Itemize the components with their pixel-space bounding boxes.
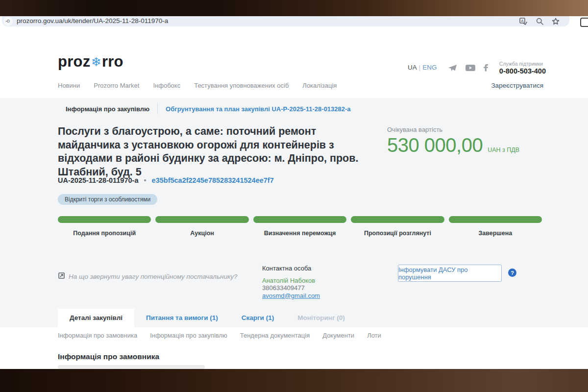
tender-id-line: UA-2025-11-28-011970-a • e35bf5ca2f2245e… (58, 176, 274, 184)
expected-value-amount: 530 000,00 (387, 134, 483, 156)
stage-pill (351, 216, 444, 223)
subnav-tender-info[interactable]: Інформація про закупівлю (150, 332, 227, 339)
nav-item-localization[interactable]: Локалізація (302, 82, 337, 89)
bottom-letterbox-band (0, 369, 588, 392)
crumb-divider (157, 103, 158, 114)
report-dasu-button[interactable]: Інформувати ДАСУ про порушення (398, 265, 502, 282)
contact-name: Анатолій Набоков (262, 277, 320, 285)
expected-value-label: Очікувана вартість (387, 126, 519, 133)
nav-item-testing[interactable]: Тестування уповноважених осіб (194, 82, 289, 89)
stage-label: Визначення переможця (253, 230, 346, 237)
lang-separator: | (419, 64, 421, 71)
crumb-tender-info[interactable]: Інформація про закупівлю (66, 105, 149, 113)
tab-monitoring[interactable]: Моніторинг (0) (286, 309, 357, 327)
stage-label: Пропозиції розглянуті (351, 230, 444, 237)
breadcrumb: Інформація про закупівлю Обгрунтування т… (66, 103, 351, 114)
facebook-icon[interactable] (484, 64, 489, 72)
support-phone: 0-800-503-400 (499, 67, 546, 75)
subnav-buyer-info[interactable]: Інформація про замовника (58, 332, 137, 339)
tab-questions[interactable]: Питання та вимоги (1) (134, 309, 230, 327)
hint-text: На що звернути увагу потенційному постач… (69, 273, 238, 280)
lang-eng[interactable]: ENG (422, 64, 437, 71)
tender-title: Послуги з благоустрою, а саме: поточний … (58, 125, 359, 179)
register-link[interactable]: Зареєструватися (491, 82, 543, 89)
stage-complete: Завершена (449, 216, 542, 237)
tab-details[interactable]: Деталі закупівлі (58, 309, 134, 327)
stage-label: Подання пропозицій (58, 230, 151, 237)
search-icon[interactable] (536, 18, 543, 25)
youtube-icon[interactable] (466, 64, 475, 72)
translate-icon[interactable]: A (519, 18, 528, 25)
crumb-plan-link[interactable]: Обгрунтування та план закупівлі UA-P-202… (166, 105, 350, 113)
stage-pill (58, 216, 151, 223)
detail-tabs: Деталі закупівлі Питання та вимоги (1) С… (58, 309, 357, 327)
logo-text-left: proz (58, 53, 91, 70)
logo-text-right: rro (102, 53, 123, 70)
section-subnav: Інформація про замовника Інформація про … (58, 332, 381, 339)
nav-item-infobox[interactable]: Інфобокс (153, 82, 180, 89)
nav-item-news[interactable]: Новини (58, 82, 80, 89)
stage-pill (253, 216, 346, 223)
stage-submission: Подання пропозицій (58, 216, 151, 237)
stage-pill (155, 216, 248, 223)
contact-email-link[interactable]: avosmd@gmail.com (262, 292, 320, 299)
stage-pill (449, 216, 542, 223)
cropped-text-remnant (58, 365, 205, 369)
stage-label: Завершена (449, 230, 542, 237)
top-letterbox-band (0, 0, 588, 16)
subnav-documents[interactable]: Документи (322, 332, 354, 339)
contact-label: Контактна особа (262, 265, 320, 272)
supplier-hint-link[interactable]: На що звернути увагу потенційному постач… (58, 272, 238, 280)
side-panel-icon[interactable] (580, 18, 588, 27)
expected-value-block: Очікувана вартість 530 000,00 UAH з ПДВ (387, 126, 519, 156)
progress-stages: Подання пропозицій Аукціон Визначення пе… (58, 216, 542, 237)
id-separator: • (144, 176, 146, 184)
subnav-lots[interactable]: Лоти (367, 332, 381, 339)
header-right: UA|ENG Служба підтримки 0-800-503-400 (408, 61, 546, 75)
svg-text:A: A (521, 19, 524, 23)
contact-phone: 380633409477 (262, 284, 320, 292)
tab-complaints[interactable]: Скарги (1) (230, 309, 286, 327)
stage-reviewed: Пропозиції розглянуті (351, 216, 444, 237)
url-text[interactable]: prozorro.gov.ua/uk/tender/UA-2025-11-28-… (17, 17, 168, 24)
main-nav: Новини Prozorro Market Інфобокс Тестуван… (58, 82, 337, 89)
nav-item-market[interactable]: Prozorro Market (94, 82, 139, 89)
language-switch[interactable]: UA|ENG (408, 61, 437, 71)
stage-winner: Визначення переможця (253, 216, 346, 237)
tender-id: UA-2025-11-28-011970-a (58, 176, 138, 184)
social-links (448, 61, 489, 72)
hint-icon (58, 272, 65, 280)
address-bar-actions: A (519, 18, 560, 25)
snowflake-icon: ❄ (91, 55, 102, 69)
tender-hash-link[interactable]: e35bf5ca2f2245e785283241524ee7f7 (152, 176, 274, 184)
section-heading: Інформація про замовника (58, 352, 159, 361)
support-block: Служба підтримки 0-800-503-400 (499, 61, 546, 75)
telegram-icon[interactable] (448, 64, 457, 72)
bookmark-star-icon[interactable] (552, 18, 560, 25)
stage-auction: Аукціон (155, 216, 248, 237)
expected-value-currency: UAH з ПДВ (488, 147, 519, 153)
prozorro-logo[interactable]: proz❄rro (58, 53, 123, 71)
status-badge: Відкриті торги з особливостями (58, 194, 157, 205)
address-leading-icon[interactable]: -o (5, 18, 9, 24)
support-label: Служба підтримки (499, 61, 546, 67)
help-icon[interactable]: ? (508, 269, 516, 277)
lang-ua[interactable]: UA (408, 64, 417, 71)
page: -o prozorro.gov.ua/uk/tender/UA-2025-11-… (0, 0, 588, 392)
contact-block: Контактна особа Анатолій Набоков 3806334… (262, 265, 320, 299)
stage-label: Аукціон (155, 230, 248, 237)
subnav-docs-tender[interactable]: Тендерна документація (240, 332, 310, 339)
